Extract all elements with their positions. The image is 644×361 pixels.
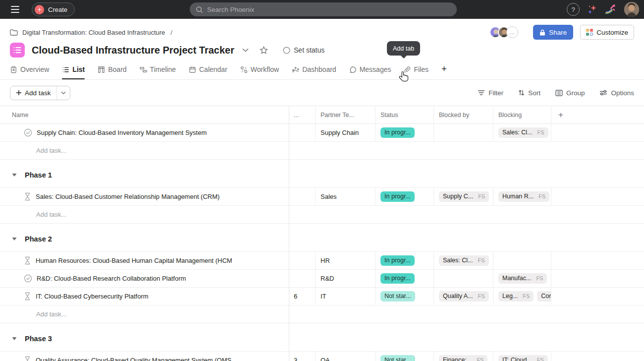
column-header-partnerte[interactable]: Partner Te...: [316, 106, 376, 123]
tab-dashboard[interactable]: Dashboard: [292, 65, 336, 79]
dependency-chip[interactable]: Human R...FS: [498, 191, 549, 202]
column-header-status[interactable]: Status: [376, 106, 434, 123]
dependency-chip[interactable]: IT: Cloud...FS: [498, 355, 548, 361]
status-chip[interactable]: In progr...: [380, 191, 415, 202]
blocking-cell[interactable]: Manufac...FS: [493, 270, 551, 287]
section-collapse-icon[interactable]: [12, 173, 17, 177]
partner-team-cell[interactable]: QA: [316, 352, 376, 361]
partner-team-cell[interactable]: Supply Chain: [316, 124, 376, 141]
search-bar[interactable]: [190, 2, 457, 16]
search-input[interactable]: [207, 6, 451, 13]
project-icon[interactable]: [10, 43, 25, 58]
dependency-chip[interactable]: Cor.: [537, 291, 551, 302]
task-name[interactable]: Human Resources: Cloud-Based Human Capit…: [36, 257, 232, 264]
partner-team-cell[interactable]: R&D: [316, 270, 376, 287]
tab-messages[interactable]: Messages: [349, 65, 391, 79]
favorite-star-icon[interactable]: [260, 46, 268, 54]
partner-team-cell[interactable]: IT: [316, 288, 376, 305]
blocking-cell[interactable]: Leg...FSCor.: [493, 288, 551, 305]
blocked-by-cell[interactable]: Quality A...FS: [434, 288, 493, 305]
section-title[interactable]: Phase 3: [25, 335, 52, 343]
options-button[interactable]: Options: [599, 89, 634, 97]
numeric-cell[interactable]: 6: [289, 288, 316, 305]
share-button[interactable]: Share: [533, 25, 573, 40]
blocked-by-cell[interactable]: Finance:...FS: [434, 352, 493, 361]
check-circle-icon[interactable]: [24, 274, 32, 283]
partner-team-cell[interactable]: HR: [316, 252, 376, 269]
member-facepile[interactable]: ...: [489, 26, 518, 38]
column-header-[interactable]: ...: [289, 106, 316, 123]
check-circle-icon[interactable]: [24, 128, 32, 137]
dependency-chip[interactable]: Sales: Cl...FS: [498, 127, 548, 138]
tab-files[interactable]: Files: [404, 65, 429, 79]
blocking-cell[interactable]: [493, 252, 551, 269]
status-cell[interactable]: In progr...: [376, 124, 434, 141]
column-header-blockedby[interactable]: Blocked by: [434, 106, 493, 123]
status-chip[interactable]: In progr...: [380, 127, 415, 138]
task-name[interactable]: Supply Chain: Cloud-Based Inventory Mana…: [37, 129, 207, 136]
blocked-by-cell[interactable]: [434, 270, 493, 287]
mermaid-icon[interactable]: [604, 3, 618, 15]
blocked-by-cell[interactable]: Sales: Cl...FS: [434, 252, 493, 269]
task-name-cell[interactable]: Human Resources: Cloud-Based Human Capit…: [0, 252, 289, 269]
status-chip[interactable]: Not star...: [380, 355, 415, 361]
help-button[interactable]: ?: [567, 3, 580, 16]
add-task-row[interactable]: Add task...: [0, 305, 644, 323]
status-chip[interactable]: In progr...: [380, 255, 415, 266]
task-name-cell[interactable]: R&D: Cloud-Based Research Collaboration …: [0, 270, 289, 287]
customize-button[interactable]: Customize: [580, 25, 634, 40]
add-column-button[interactable]: +: [551, 106, 644, 123]
blocking-cell[interactable]: IT: Cloud...FS: [493, 352, 551, 361]
status-cell[interactable]: In progr...: [376, 252, 434, 269]
status-cell[interactable]: Not star...: [376, 288, 434, 305]
set-status-button[interactable]: Set status: [283, 46, 324, 54]
tab-overview[interactable]: Overview: [10, 65, 49, 79]
status-cell[interactable]: Not star...: [376, 352, 434, 361]
hourglass-icon[interactable]: [24, 356, 31, 361]
add-task-button[interactable]: Add task: [10, 86, 56, 100]
task-name-cell[interactable]: IT: Cloud-Based Cybersecurity Platform: [0, 288, 289, 305]
blocking-cell[interactable]: Human R...FS: [493, 188, 551, 205]
numeric-cell[interactable]: 3: [289, 352, 316, 361]
numeric-cell[interactable]: [289, 270, 316, 287]
tab-list[interactable]: List: [62, 65, 85, 79]
blocking-cell[interactable]: Sales: Cl...FS: [493, 124, 551, 141]
add-tab-button[interactable]: +: [441, 64, 447, 79]
tab-workflow[interactable]: Workflow: [240, 65, 279, 79]
dependency-chip[interactable]: Supply C...FS: [439, 191, 489, 202]
section-title[interactable]: Phase 1: [25, 171, 52, 179]
task-name[interactable]: R&D: Cloud-Based Research Collaboration …: [37, 275, 186, 282]
breadcrumb[interactable]: Digital Transformation: Cloud Based Infr…: [22, 29, 165, 36]
status-cell[interactable]: In progr...: [376, 270, 434, 287]
section-collapse-icon[interactable]: [12, 237, 17, 241]
task-name[interactable]: Quality Assurance: Cloud-Based Quality M…: [36, 357, 231, 361]
tab-timeline[interactable]: Timeline: [140, 65, 176, 79]
ai-sparkles-icon[interactable]: [586, 3, 598, 15]
task-name-cell[interactable]: Supply Chain: Cloud-Based Inventory Mana…: [0, 124, 289, 141]
task-name-cell[interactable]: Sales: Cloud-Based Customer Relationship…: [0, 188, 289, 205]
more-members-button[interactable]: ...: [506, 26, 518, 38]
task-name-cell[interactable]: Quality Assurance: Cloud-Based Quality M…: [0, 352, 289, 361]
numeric-cell[interactable]: [289, 188, 316, 205]
status-chip[interactable]: Not star...: [380, 291, 415, 302]
hourglass-icon[interactable]: [24, 256, 31, 265]
sidebar-toggle-icon[interactable]: [9, 3, 21, 15]
column-header-name[interactable]: Name: [0, 106, 289, 123]
status-cell[interactable]: In progr...: [376, 188, 434, 205]
hourglass-icon[interactable]: [24, 192, 31, 201]
column-header-blocking[interactable]: Blocking: [493, 106, 551, 123]
filter-button[interactable]: Filter: [478, 89, 503, 97]
numeric-cell[interactable]: [289, 252, 316, 269]
partner-team-cell[interactable]: Sales: [316, 188, 376, 205]
dependency-chip[interactable]: Manufac...FS: [498, 273, 547, 284]
hourglass-icon[interactable]: [24, 292, 31, 301]
section-collapse-icon[interactable]: [12, 337, 17, 341]
blocked-by-cell[interactable]: Supply C...FS: [434, 188, 493, 205]
blocked-by-cell[interactable]: [434, 124, 493, 141]
group-button[interactable]: Group: [555, 89, 585, 97]
create-button[interactable]: + Create: [32, 2, 75, 16]
dependency-chip[interactable]: Sales: Cl...FS: [439, 255, 489, 266]
sort-button[interactable]: Sort: [518, 89, 540, 97]
add-task-row[interactable]: Add task...: [0, 142, 644, 160]
dependency-chip[interactable]: Leg...FS: [498, 291, 534, 302]
